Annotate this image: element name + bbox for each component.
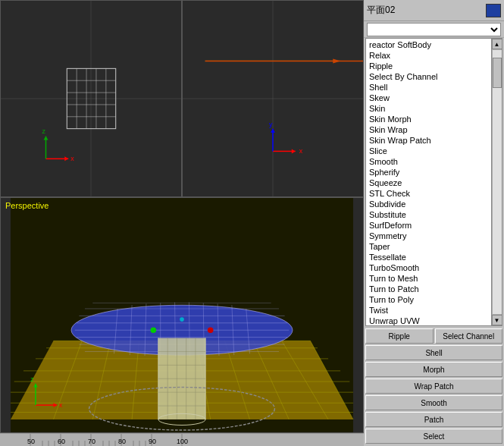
svg-point-86 — [180, 317, 184, 322]
list-item[interactable]: TurboSmooth — [366, 262, 491, 273]
button-row-7: Select — [365, 429, 502, 444]
list-item[interactable]: Skew — [366, 93, 491, 103]
list-item[interactable]: Turn to Patch — [366, 284, 491, 294]
button-row-3: Morph — [365, 362, 502, 377]
bottom-buttons: Ripple Select Channel Shell Morph Wrap P… — [364, 326, 504, 446]
list-item[interactable]: SurfDeform — [366, 220, 491, 231]
svg-point-85 — [208, 327, 214, 333]
shell-button[interactable]: Shell — [365, 345, 502, 360]
svg-text:y: y — [269, 121, 273, 128]
viewport-top-left[interactable]: z x — [0, 0, 182, 197]
svg-text:x: x — [70, 155, 74, 162]
list-item[interactable]: Skin Wrap — [366, 124, 491, 135]
select-button[interactable]: Select — [365, 429, 502, 444]
svg-text:50: 50 — [27, 438, 35, 445]
left-panel: z x x — [0, 0, 364, 446]
list-item[interactable]: Symmetry — [366, 231, 491, 241]
list-item[interactable]: Select By Channel — [366, 71, 491, 82]
list-item[interactable]: Skin Wrap Patch — [366, 135, 491, 146]
top-viewports: z x x — [0, 0, 364, 197]
list-item[interactable]: Turn to Poly — [366, 294, 491, 305]
viewport-bottom[interactable]: Perspective — [0, 197, 364, 433]
svg-text:z: z — [30, 375, 33, 383]
list-item[interactable]: STL Check — [366, 188, 491, 199]
button-row-1: Ripple Select Channel — [365, 328, 502, 344]
wrap-patch-button[interactable]: Wrap Patch — [365, 378, 502, 394]
list-item[interactable]: Twist — [366, 305, 491, 316]
button-row-5: Smooth — [365, 395, 502, 410]
list-item[interactable]: Taper — [366, 241, 491, 252]
svg-text:60: 60 — [58, 438, 65, 445]
list-item[interactable]: Turn to Mesh — [366, 273, 491, 284]
list-item[interactable]: Shell — [366, 82, 491, 93]
list-item[interactable]: Smooth — [366, 156, 491, 167]
list-scrollbar[interactable]: ▲ ▼ — [491, 39, 502, 325]
ruler: 50 60 70 80 90 100 — [0, 433, 364, 446]
right-panel: 平面02 reactor SoftBodyRelaxRippleSelect B… — [364, 0, 504, 446]
list-item[interactable]: Ripple — [366, 61, 491, 71]
list-item[interactable]: Skin — [366, 103, 491, 114]
smooth-button[interactable]: Smooth — [365, 395, 502, 410]
right-header: 平面02 — [364, 0, 504, 21]
list-item[interactable]: Tessellate — [366, 252, 491, 262]
morph-button[interactable]: Morph — [365, 362, 502, 377]
panel-title: 平面02 — [367, 4, 486, 17]
svg-text:80: 80 — [118, 438, 126, 445]
modifier-dropdown[interactable] — [367, 23, 501, 36]
viewport-top-right[interactable]: x y — [182, 0, 364, 197]
list-item[interactable]: Spherify — [366, 167, 491, 177]
svg-text:x: x — [299, 147, 303, 155]
svg-text:100: 100 — [177, 438, 188, 445]
button-row-2: Shell — [365, 345, 502, 360]
scroll-up-button[interactable]: ▲ — [492, 39, 502, 49]
list-item[interactable]: Substitute — [366, 209, 491, 220]
list-item[interactable]: Relax — [366, 50, 491, 61]
list-item[interactable]: Squeeze — [366, 177, 491, 188]
list-item[interactable]: Slice — [366, 146, 491, 156]
modifier-list: reactor SoftBodyRelaxRippleSelect By Cha… — [365, 38, 502, 326]
ripple-button[interactable]: Ripple — [365, 328, 434, 344]
list-items-container: reactor SoftBodyRelaxRippleSelect By Cha… — [366, 39, 502, 326]
scroll-down-button[interactable]: ▼ — [492, 315, 502, 325]
svg-text:90: 90 — [149, 438, 156, 445]
list-item[interactable]: reactor SoftBody — [366, 39, 491, 50]
svg-point-84 — [151, 327, 157, 333]
color-swatch — [486, 4, 501, 17]
list-item[interactable]: Skin Morph — [366, 114, 491, 124]
svg-text:z: z — [42, 127, 46, 135]
svg-text:70: 70 — [88, 438, 95, 445]
patch-button[interactable]: Patch — [365, 412, 502, 427]
select-channel-button[interactable]: Select Channel — [435, 328, 503, 344]
button-row-6: Patch — [365, 412, 502, 427]
list-item[interactable]: Subdivide — [366, 199, 491, 209]
dropdown-row[interactable] — [364, 21, 504, 38]
list-item[interactable]: Unwrap UVW — [366, 316, 491, 326]
button-row-4: Wrap Patch — [365, 378, 502, 394]
scroll-thumb[interactable] — [493, 58, 502, 88]
scroll-track[interactable] — [492, 49, 502, 315]
perspective-label: Perspective — [5, 201, 49, 210]
